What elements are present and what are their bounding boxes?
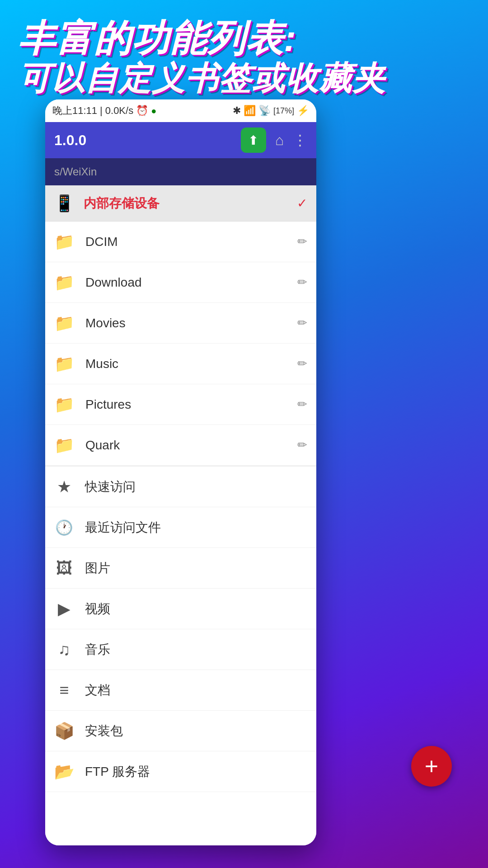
address-path: s/WeiXin bbox=[54, 165, 97, 178]
folder-icon-dcim: 📁 bbox=[54, 232, 75, 251]
menu-label-audio: 音乐 bbox=[85, 641, 307, 658]
folder-icon-quark: 📁 bbox=[54, 436, 75, 455]
folder-item-quark[interactable]: 📁 Quark ✏ bbox=[45, 425, 316, 466]
folder-item-movies[interactable]: 📁 Movies ✏ bbox=[45, 303, 316, 344]
folder-name-pictures: Pictures bbox=[85, 397, 297, 412]
folder-icon-movies: 📁 bbox=[54, 314, 75, 333]
status-speed: 0.0K/s bbox=[105, 105, 133, 117]
address-bar[interactable]: s/WeiXin bbox=[45, 158, 316, 185]
status-time: 晚上11:11 bbox=[52, 104, 97, 118]
status-right: ✱ 📶 📡 [17%] ⚡ bbox=[233, 105, 309, 117]
folder-icon-music: 📁 bbox=[54, 354, 75, 373]
image-icon: 🖼 bbox=[54, 559, 74, 578]
folder-name-music: Music bbox=[85, 357, 297, 371]
folder-name-movies: Movies bbox=[85, 316, 297, 330]
status-bar: 晚上11:11 | 0.0K/s ⏰ ● ✱ 📶 📡 [17%] ⚡ bbox=[45, 99, 316, 122]
promo-subtitle: 可以自定义书签或收藏夹 bbox=[18, 59, 470, 98]
add-icon: + bbox=[425, 753, 438, 780]
menu-item-quickaccess[interactable]: ★ 快速访问 bbox=[45, 467, 316, 507]
share-icon: ⬆ bbox=[248, 133, 258, 148]
alarm-icon: ⏰ bbox=[136, 105, 148, 117]
folder-name-download: Download bbox=[85, 275, 297, 290]
folder-icon-download: 📁 bbox=[54, 273, 75, 292]
status-left: 晚上11:11 | 0.0K/s ⏰ ● bbox=[52, 104, 156, 118]
drawer-panel: 📱 内部存储设备 ✓ 📁 DCIM ✏ 📁 Download ✏ 📁 Movie… bbox=[45, 185, 316, 845]
folder-name-dcim: DCIM bbox=[85, 235, 297, 249]
share-button[interactable]: ⬆ bbox=[241, 127, 266, 153]
menu-item-docs[interactable]: ≡ 文档 bbox=[45, 670, 316, 711]
menu-label-ftp: FTP 服务器 bbox=[85, 763, 307, 780]
edit-icon-pictures[interactable]: ✏ bbox=[297, 397, 307, 411]
folder-item-music[interactable]: 📁 Music ✏ bbox=[45, 344, 316, 384]
folder-icon-pictures: 📁 bbox=[54, 395, 75, 414]
menu-item-ftp[interactable]: 📂 FTP 服务器 bbox=[45, 751, 316, 792]
menu-label-images: 图片 bbox=[85, 560, 307, 577]
menu-label-recent: 最近访问文件 bbox=[85, 519, 307, 536]
menu-item-images[interactable]: 🖼 图片 bbox=[45, 548, 316, 589]
menu-item-audio[interactable]: ♫ 音乐 bbox=[45, 629, 316, 670]
app-version: 1.0.0 bbox=[54, 132, 86, 149]
menu-section: ★ 快速访问 🕐 最近访问文件 🖼 图片 ▶ 视频 ♫ 音乐 ≡ 文档 bbox=[45, 467, 316, 792]
folder-item-dcim[interactable]: 📁 DCIM ✏ bbox=[45, 222, 316, 262]
battery-icon: [17%] bbox=[273, 106, 294, 116]
signal-icon: 📶 bbox=[244, 105, 256, 117]
toolbar-actions: ⬆ ⌂ ⋮ bbox=[241, 127, 307, 153]
folder-item-download[interactable]: 📁 Download ✏ bbox=[45, 262, 316, 303]
menu-item-video[interactable]: ▶ 视频 bbox=[45, 589, 316, 629]
edit-icon-download[interactable]: ✏ bbox=[297, 275, 307, 289]
history-icon: 🕐 bbox=[54, 519, 74, 536]
edit-icon-music[interactable]: ✏ bbox=[297, 357, 307, 371]
folder-section: 📁 DCIM ✏ 📁 Download ✏ 📁 Movies ✏ 📁 Music… bbox=[45, 222, 316, 467]
status-green-icon: ● bbox=[151, 106, 156, 116]
menu-item-recent[interactable]: 🕐 最近访问文件 bbox=[45, 507, 316, 548]
menu-label-quickaccess: 快速访问 bbox=[85, 478, 307, 495]
edit-icon-quark[interactable]: ✏ bbox=[297, 438, 307, 452]
star-icon: ★ bbox=[54, 477, 74, 496]
fab-add-button[interactable]: + bbox=[411, 746, 452, 787]
status-separator: | bbox=[100, 105, 103, 117]
check-icon: ✓ bbox=[297, 196, 307, 211]
menu-label-docs: 文档 bbox=[85, 682, 307, 699]
video-icon: ▶ bbox=[54, 599, 74, 618]
music-icon: ♫ bbox=[54, 640, 74, 659]
document-icon: ≡ bbox=[54, 681, 74, 700]
wifi-icon: 📡 bbox=[258, 105, 271, 117]
home-button[interactable]: ⌂ bbox=[275, 132, 284, 149]
app-toolbar: 1.0.0 ⬆ ⌂ ⋮ bbox=[45, 122, 316, 158]
menu-label-apk: 安装包 bbox=[85, 722, 307, 740]
promo-area: 丰富的功能列表: 可以自定义书签或收藏夹 bbox=[0, 0, 488, 107]
storage-item[interactable]: 📱 内部存储设备 ✓ bbox=[45, 185, 316, 222]
folder-name-quark: Quark bbox=[85, 438, 297, 453]
phone-icon: 📱 bbox=[54, 194, 75, 213]
folder-item-pictures[interactable]: 📁 Pictures ✏ bbox=[45, 384, 316, 425]
ftp-icon: 📂 bbox=[54, 762, 74, 781]
package-icon: 📦 bbox=[54, 722, 74, 741]
edit-icon-movies[interactable]: ✏ bbox=[297, 316, 307, 330]
bolt-icon: ⚡ bbox=[297, 105, 309, 117]
more-button[interactable]: ⋮ bbox=[293, 132, 307, 149]
bluetooth-icon: ✱ bbox=[233, 105, 241, 117]
menu-label-video: 视频 bbox=[85, 600, 307, 618]
menu-item-apk[interactable]: 📦 安装包 bbox=[45, 711, 316, 751]
storage-label: 内部存储设备 bbox=[84, 195, 297, 212]
promo-title: 丰富的功能列表: bbox=[18, 18, 470, 59]
phone-mockup: 晚上11:11 | 0.0K/s ⏰ ● ✱ 📶 📡 [17%] ⚡ 1.0.0… bbox=[45, 99, 316, 845]
edit-icon-dcim[interactable]: ✏ bbox=[297, 235, 307, 249]
